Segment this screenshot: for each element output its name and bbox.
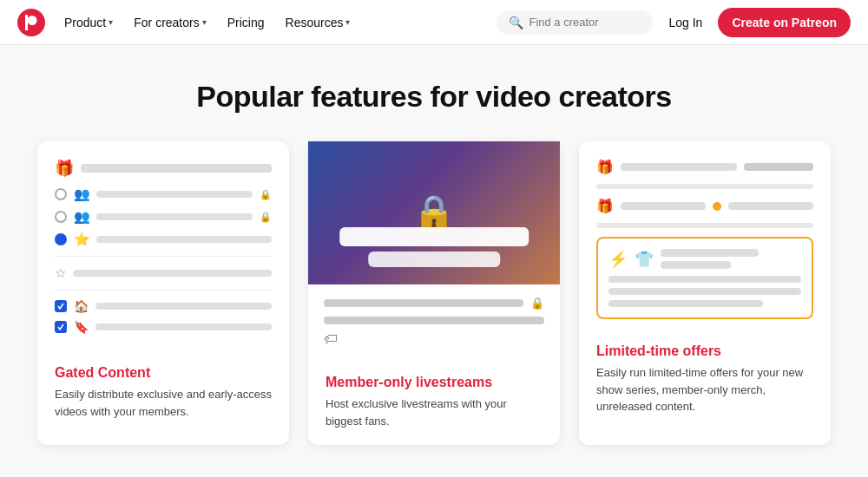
star-icon-1: ⭐ <box>74 232 89 247</box>
nav-for-creators-chevron-icon: ▾ <box>202 17 207 27</box>
cta-label: Create on Patreon <box>732 16 837 29</box>
nav-product-label: Product <box>64 16 106 29</box>
limited-time-desc: Limited-time offers Easily run limited-t… <box>579 331 831 431</box>
create-cta-button[interactable]: Create on Patreon <box>718 8 851 37</box>
livestream-input-bar-1 <box>339 227 529 246</box>
checkbox-checked-2[interactable] <box>55 321 67 333</box>
navbar: Product ▾ For creators ▾ Pricing Resourc… <box>0 0 868 45</box>
bolt-icon: ⚡ <box>608 250 628 269</box>
livestream-title: Member-only livestreams <box>326 375 542 390</box>
lock-icon-1: 🔒 <box>260 189 272 200</box>
livestream-content: 🔒 🏷 <box>308 284 560 363</box>
people-icon-2: 👥 <box>74 209 89 225</box>
nav-for-creators[interactable]: For creators ▾ <box>125 10 214 35</box>
features-cards-row: 🎁 👥 🔒 👥 🔒 <box>26 141 842 445</box>
shirt-icon: 👕 <box>635 250 654 269</box>
gated-content-card: 🎁 👥 🔒 👥 🔒 <box>37 141 289 445</box>
livestream-input-bar-2 <box>368 252 500 267</box>
svg-point-0 <box>28 16 37 25</box>
gift-icon: 🎁 <box>55 159 74 178</box>
limited-time-text: Easily run limited-time offers for your … <box>596 364 813 415</box>
lock-icon-2: 🔒 <box>260 212 272 223</box>
svg-rect-1 <box>25 15 28 30</box>
nav-for-creators-label: For creators <box>134 16 199 29</box>
checkbox-checked-1[interactable] <box>55 300 67 312</box>
livestream-input-block <box>339 227 529 267</box>
livestream-desc: Member-only livestreams Host exclusive l… <box>308 363 560 445</box>
nav-product[interactable]: Product ▾ <box>56 10 122 35</box>
gated-content-illustration: 🎁 👥 🔒 👥 🔒 <box>37 141 289 353</box>
radio-unchecked-1[interactable] <box>55 188 67 200</box>
orange-dot <box>713 202 721 211</box>
search-input[interactable] <box>529 16 641 29</box>
livestreams-card: 🔒 🔒 🏷 Member-only livestreams Host ex <box>308 141 560 445</box>
radio-selected[interactable] <box>55 233 67 245</box>
livestream-preview: 🔒 <box>308 141 560 284</box>
nav-resources-chevron-icon: ▾ <box>345 17 350 27</box>
gift-icon-3: 🎁 <box>596 198 614 214</box>
lock-small-icon: 🔒 <box>530 297 544 310</box>
gated-content-desc: Gated Content Easily distribute exclusiv… <box>37 353 289 435</box>
livestream-text: Host exclusive livestreams with your big… <box>326 395 542 429</box>
login-button[interactable]: Log In <box>656 9 714 36</box>
page-heading: Popular features for video creators <box>26 80 842 114</box>
gift-icon-2: 🎁 <box>596 159 614 175</box>
gated-content-text: Easily distribute exclusive and early-ac… <box>55 386 272 420</box>
home-icon: 🏠 <box>74 299 89 313</box>
star-outline-icon: ☆ <box>55 265 66 281</box>
radio-unchecked-2[interactable] <box>55 211 67 223</box>
people-icon-1: 👥 <box>74 186 89 202</box>
bookmark-icon: 🔖 <box>74 320 89 334</box>
main-content: Popular features for video creators 🎁 👥 … <box>0 45 868 477</box>
limited-time-card: 🎁 🎁 ⚡ 👕 <box>579 141 831 445</box>
nav-product-chevron-icon: ▾ <box>108 17 113 27</box>
search-icon: 🔍 <box>509 16 523 29</box>
search-bar[interactable]: 🔍 <box>496 10 653 35</box>
nav-resources-label: Resources <box>286 16 344 29</box>
patreon-logo-icon <box>17 9 45 36</box>
nav-pricing[interactable]: Pricing <box>219 10 273 35</box>
nav-resources[interactable]: Resources ▾ <box>277 10 359 35</box>
limited-time-illustration: 🎁 🎁 ⚡ 👕 <box>579 141 831 331</box>
logo[interactable] <box>17 9 45 36</box>
limited-offer-highlight: ⚡ 👕 <box>596 237 813 319</box>
login-label: Log In <box>668 16 702 29</box>
tag-icon: 🏷 <box>324 331 338 346</box>
limited-time-title: Limited-time offers <box>596 343 813 359</box>
nav-pricing-label: Pricing <box>227 16 265 29</box>
gated-content-title: Gated Content <box>55 365 272 381</box>
